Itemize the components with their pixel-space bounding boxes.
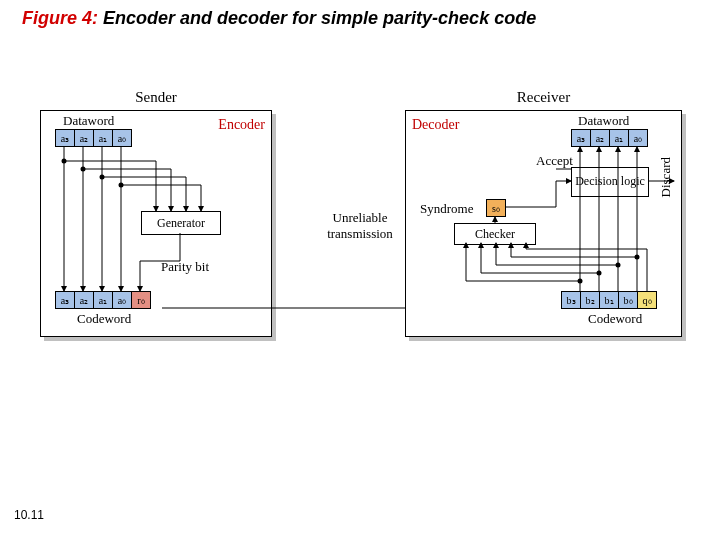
figure-title: Figure 4: Encoder and decoder for simple…: [22, 8, 536, 29]
svg-point-14: [597, 271, 602, 276]
cell: a₂: [591, 130, 610, 146]
cell: r₀: [132, 292, 150, 308]
svg-point-6: [100, 175, 105, 180]
page-footer: 10.11: [14, 508, 44, 522]
figure-caption: Encoder and decoder for simple parity-ch…: [103, 8, 536, 28]
receiver-codeword-label: Codeword: [588, 311, 642, 327]
syndrome-label: Syndrome: [420, 201, 473, 217]
svg-point-15: [616, 263, 621, 268]
cell: a₃: [572, 130, 591, 146]
discard-label: Discard: [658, 157, 674, 197]
generator-box: Generator: [141, 211, 221, 235]
figure-number: Figure 4:: [22, 8, 98, 28]
svg-point-16: [635, 255, 640, 260]
receiver-panel: Receiver Decoder Dataword a₃ a₂ a₁ a₀ Ac…: [405, 110, 682, 337]
sender-heading: Sender: [41, 89, 271, 106]
cell: a₀: [113, 130, 131, 146]
parity-bit-label: Parity bit: [161, 259, 209, 275]
cell: a₁: [610, 130, 629, 146]
receiver-dataword-label: Dataword: [578, 113, 629, 129]
receiver-heading: Receiver: [406, 89, 681, 106]
svg-point-13: [578, 279, 583, 284]
cell: a₂: [75, 130, 94, 146]
cell: b₂: [581, 292, 600, 308]
cell: a₃: [56, 130, 75, 146]
svg-point-4: [62, 159, 67, 164]
receiver-codeword-strip: b₃ b₂ b₁ b₀ q₀: [561, 291, 657, 309]
cell: a₁: [94, 292, 113, 308]
syndrome-strip: s₀: [486, 199, 506, 217]
decision-logic-box: Decision logic: [571, 167, 649, 197]
cell: a₀: [113, 292, 132, 308]
cell: q₀: [638, 292, 656, 308]
cell: a₂: [75, 292, 94, 308]
sender-codeword-strip: a₃ a₂ a₁ a₀ r₀: [55, 291, 151, 309]
diagram-area: Sender Encoder Dataword a₃ a₂ a₁ a₀ Gene…: [40, 80, 680, 380]
receiver-dataword-strip: a₃ a₂ a₁ a₀: [571, 129, 648, 147]
cell: b₀: [619, 292, 638, 308]
cell: a₃: [56, 292, 75, 308]
cell: a₀: [629, 130, 647, 146]
cell: a₁: [94, 130, 113, 146]
sender-dataword-strip: a₃ a₂ a₁ a₀: [55, 129, 132, 147]
encoder-label: Encoder: [218, 117, 265, 133]
checker-box: Checker: [454, 223, 536, 245]
cell: b₃: [562, 292, 581, 308]
accept-label: Accept: [536, 153, 573, 169]
svg-point-7: [119, 183, 124, 188]
decoder-label: Decoder: [412, 117, 459, 133]
cell: b₁: [600, 292, 619, 308]
cell: s₀: [487, 200, 505, 216]
unreliable-transmission-label: Unreliable transmission: [310, 210, 410, 242]
svg-point-5: [81, 167, 86, 172]
sender-dataword-label: Dataword: [63, 113, 114, 129]
unreliable-text: Unreliable transmission: [327, 210, 393, 241]
sender-codeword-label: Codeword: [77, 311, 131, 327]
